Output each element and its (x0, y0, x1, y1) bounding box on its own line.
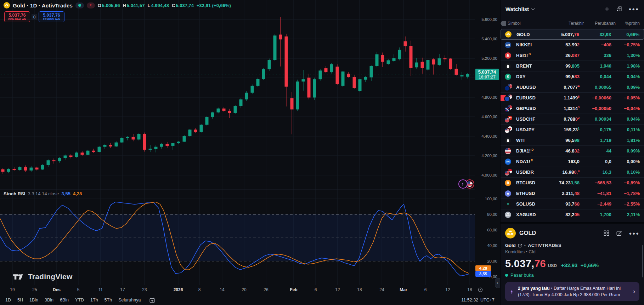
candle-body (132, 137, 135, 139)
grid-view-icon[interactable] (616, 6, 622, 12)
candle-body (375, 54, 379, 66)
watchlist-row-nda1[interactable]: 100NDA1!D163,00,00,00% (501, 156, 644, 167)
goto-latest-icon[interactable] (478, 287, 483, 294)
edit-note-icon[interactable] (616, 230, 622, 236)
watchlist-row-solusd[interactable]: ≡SOLUSD93,768−2,449−2,55% (501, 199, 644, 209)
panel-collapse-handle[interactable]: › (495, 278, 500, 288)
watchlist-row-xagusd[interactable]: XAGUSD82,2051,7002,11% (501, 209, 644, 220)
clock[interactable]: 11:52:32UTC+7 (461, 295, 495, 305)
symbol-name: AUDUSD (516, 85, 536, 90)
pane-badges (458, 179, 474, 189)
detail-scrollbar[interactable] (642, 245, 643, 277)
tradingview-logo: TradingView (13, 272, 73, 281)
column-change[interactable]: Perubahan (584, 21, 616, 26)
watchlist-row-gold[interactable]: GOLD5.037,7632,930,66% (501, 29, 644, 40)
watchlist-row-eurusd[interactable]: EURUSD1,14996−0,00060−0,05% (501, 93, 644, 103)
symbol-name: NIKKEI (516, 42, 532, 47)
lightning-badge-icon[interactable] (458, 179, 468, 189)
last-price: 159,231 (544, 127, 580, 132)
watchlist-row-brent[interactable]: BRENT99,8051,9401,98% (501, 61, 644, 71)
range-button-3bln[interactable]: 3Bln (42, 297, 56, 304)
watchlist-row-hsi1[interactable]: HSI1!D26.0873361,30% (501, 50, 644, 61)
candle-body (364, 77, 367, 80)
candle-body (18, 167, 22, 170)
column-last[interactable]: Terakhir (548, 21, 584, 26)
candle-body (268, 60, 271, 69)
watchlist-row-nikkei[interactable]: 225NIKKEI53.992−408−0,75% (501, 40, 644, 50)
time-axis[interactable]: 1925Des511172320268142026Feb6121824Mar61… (0, 285, 500, 295)
coin-bars-icon (505, 31, 512, 38)
market-open-dot-icon (505, 274, 508, 277)
range-button-1d[interactable]: 1D (3, 297, 13, 304)
candle-body (381, 55, 384, 62)
chart-section[interactable]: Gold · 1D · ActivTrades ≈ O5.005,66H5.04… (0, 0, 500, 305)
range-button-1th[interactable]: 1Th (88, 297, 101, 304)
symbol-title[interactable]: Gold · 1D · ActivTrades (13, 2, 73, 8)
range-button-seluruhnya[interactable]: Seluruhnya (116, 297, 143, 304)
candlestick-chart[interactable] (0, 0, 475, 285)
indicator-legend[interactable]: Stoch RSI 3 3 14 14 close 3,55 4,28 (4, 191, 82, 196)
data-mode-pill[interactable]: ≈ (87, 2, 95, 8)
candle-body (234, 106, 237, 113)
detail-exchange: ACTIVTRADES (528, 243, 561, 248)
candle-body (13, 169, 16, 170)
candle-body (52, 160, 56, 161)
change-value: 16,3 (580, 169, 611, 175)
layout-grid-icon[interactable] (603, 230, 610, 236)
last-price: 0,78802 (544, 116, 580, 122)
change-value: 0,00034 (580, 116, 611, 122)
detail-menu-icon[interactable]: ●●● (629, 231, 639, 236)
watchlist-row-usdchf[interactable]: USDCHF0,788020,000340,04% (501, 114, 644, 125)
watchlist-row-wti[interactable]: WTI96,5981,7191,81% (501, 135, 644, 146)
goto-date-icon[interactable] (149, 297, 155, 303)
external-link-icon[interactable] (518, 243, 522, 248)
range-button-5th[interactable]: 5Th (102, 297, 115, 304)
time-tick-label: 25 (32, 287, 37, 292)
watchlist-row-btcusd[interactable]: ฿BTCUSD74.233,58−665,53−0,89% (501, 178, 644, 188)
watchlist-row-djia1[interactable]: DJIA1!D46.832440,09% (501, 146, 644, 156)
range-button-5h[interactable]: 5H (15, 297, 26, 304)
range-button-1bln[interactable]: 1Bln (27, 297, 41, 304)
symbol-name: SOLUSD (516, 201, 535, 207)
symbol-logo-icon: ฿ (505, 180, 511, 186)
news-item[interactable]: 2 jam yang lalu • Daftar Harga Emas Anta… (505, 282, 639, 301)
last-price: 46.832 (544, 148, 580, 154)
column-percent[interactable]: %prbhn (616, 21, 644, 26)
candle-body (217, 109, 220, 113)
candle-body (392, 58, 396, 61)
watchlist-header: Watchlist ●●● (501, 0, 644, 18)
watchlist-row-usdidr[interactable]: USDIDR16.980,316,30,10% (501, 167, 644, 178)
last-price: 99,805 (544, 63, 580, 69)
range-button-6bln[interactable]: 6Bln (57, 297, 71, 304)
buy-button[interactable]: 5.037,76 PEMBELIAN (39, 11, 64, 22)
connection-status-pill[interactable] (75, 2, 84, 8)
change-value: 1,719 (580, 138, 611, 143)
range-buttons: 1D5H1Bln3Bln6BlnYTD1Th5ThSeluruhnya (3, 297, 143, 304)
watchlist-row-ethusd[interactable]: ◆ETHUSD2.311,48−41,81−1,78% (501, 188, 644, 199)
add-symbol-icon[interactable] (604, 6, 610, 12)
indicator-k-value: 3,55 (62, 191, 70, 196)
currency-pair-icon (505, 126, 513, 133)
currency-pair-icon (505, 105, 513, 112)
time-tick-label: 11 (98, 287, 103, 292)
watchlist-row-usdjpy[interactable]: USDJPY159,2310,1750,11% (501, 125, 644, 135)
last-price: 53.992 (544, 42, 580, 47)
range-button-ytd[interactable]: YTD (73, 297, 86, 304)
change-value: 1,700 (580, 212, 611, 217)
last-price: 16.980,3 (544, 169, 580, 175)
watchlist-menu-icon[interactable]: ●●● (628, 6, 639, 12)
watchlist-row-dxy[interactable]: $DXY99,5830,0440,04% (501, 71, 644, 82)
watchlist-title-dropdown[interactable]: Watchlist (505, 6, 534, 12)
price-axis[interactable]: 5.600,005.400,005.200,005.000,004.800,00… (475, 0, 500, 285)
time-tick-label: 19 (10, 287, 15, 292)
sell-button[interactable]: 5.037,76 PENJUALAN (4, 11, 30, 22)
candle-body (409, 46, 413, 68)
candle-body (273, 35, 277, 60)
last-price: 26.087 (544, 53, 580, 58)
watchlist-row-audusd[interactable]: AUDUSD0,707740,000650,09% (501, 82, 644, 93)
last-price: 5.037,76 (544, 32, 579, 37)
watchlist-row-gbpusd[interactable]: GBPUSD1,33143−0,00050−0,04% (501, 103, 644, 114)
time-tick-label: Des (53, 287, 61, 292)
detail-source[interactable]: Gold (505, 243, 516, 248)
percent-change: 0,04% (611, 116, 640, 122)
